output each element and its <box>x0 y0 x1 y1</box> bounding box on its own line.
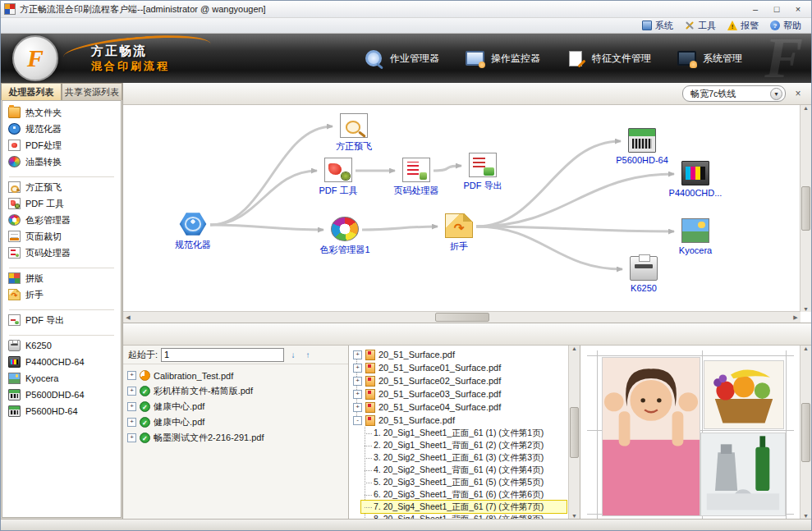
workflow-node-p5600hd[interactable]: P5600HD-64 <box>613 128 671 165</box>
expander-icon[interactable]: + <box>127 387 136 396</box>
expander-icon[interactable]: + <box>127 371 136 380</box>
sidebar-item[interactable]: Kyocera <box>2 370 121 387</box>
minimize-button[interactable]: – <box>745 2 765 16</box>
scroll-thumb[interactable] <box>801 403 810 462</box>
expander-icon[interactable]: + <box>127 418 136 427</box>
page-row[interactable]: 2. 20_Sig1_Sheet1_背面_61 (2) (文件第2页) <box>361 439 567 451</box>
workflow-node-pdfexport[interactable]: PDF 导出 <box>454 153 512 192</box>
canvas-close-button[interactable] <box>791 87 805 100</box>
workflow-node-fold[interactable]: 折手 <box>430 213 488 253</box>
page-row[interactable]: 6. 20_Sig3_Sheet1_背面_61 (6) (文件第6页) <box>361 488 567 501</box>
sidebar-item[interactable] <box>9 172 114 177</box>
workflow-node-p4400chd[interactable]: P4400CHD... <box>667 161 724 198</box>
header-button[interactable]: 操作监控器 <box>464 48 540 68</box>
sidebar-item[interactable]: 规范化器 <box>2 121 121 137</box>
sidebar-item[interactable]: 色彩管理器 <box>2 212 121 228</box>
scroll-down-icon[interactable]: ▼ <box>571 513 577 519</box>
scroll-thumb[interactable] <box>435 313 489 322</box>
start-page-input[interactable] <box>161 348 284 362</box>
chevron-down-icon[interactable] <box>770 88 782 100</box>
sidebar-item[interactable]: 页码处理器 <box>2 245 121 261</box>
page-label: 1. 20_Sig1_Sheet1_正面_61 (1) (文件第1页) <box>374 428 544 439</box>
page-row[interactable]: 4. 20_Sig2_Sheet1_背面_61 (4) (文件第4页) <box>361 464 567 476</box>
header-button[interactable]: 系统管理 <box>676 48 742 68</box>
scroll-thumb[interactable] <box>570 407 579 458</box>
page-row[interactable]: 8. 20_Sig4_Sheet1_背面_61 (8) (文件第8页) <box>361 513 567 519</box>
job-row[interactable]: + 畅墨测试文件2-216-291.pdf <box>127 430 344 446</box>
sidebar-item[interactable] <box>9 263 114 268</box>
sidebar-item[interactable]: P4400CHD-64 <box>2 354 121 370</box>
file-row[interactable]: + 20_51_Surface03_Surface.pdf <box>353 387 567 401</box>
file-row[interactable]: + 20_51_Surface04_Surface.pdf <box>353 401 567 414</box>
page-row[interactable]: 3. 20_Sig2_Sheet1_正面_61 (3) (文件第3页) <box>361 451 567 464</box>
maximize-button[interactable]: □ <box>767 2 787 16</box>
move-down-icon[interactable] <box>287 349 299 360</box>
scroll-up-icon[interactable]: ▲ <box>571 346 577 351</box>
expander-icon[interactable]: + <box>127 433 136 442</box>
scroll-up-icon[interactable]: ▲ <box>801 105 811 111</box>
preview-scrollbar[interactable]: ▲ ▼ <box>800 346 811 519</box>
file-row[interactable]: + 20_51_Surface01_Surface.pdf <box>353 361 567 374</box>
job-row[interactable]: + Calibration_Test.pdf <box>127 368 344 383</box>
expander-icon[interactable]: + <box>127 402 136 411</box>
scroll-up-icon[interactable]: ▲ <box>803 346 809 351</box>
workflow-node-kyocera[interactable]: Kyocera <box>667 218 724 255</box>
sidebar-item[interactable] <box>9 330 114 336</box>
canvas-vscrollbar[interactable]: ▲ ▼ <box>800 105 811 312</box>
file-row[interactable]: - 20_51_Surface.pdf <box>353 414 567 427</box>
workflow-node-colormgr1[interactable]: 色彩管理器1 <box>316 217 374 256</box>
workflow-node-pagenum[interactable]: 页码处理器 <box>388 158 445 197</box>
tab-shared-resources[interactable]: 共享资源列表 <box>62 83 122 100</box>
processor-list: 热文件夹 规范化器 PDF处理 油墨转换 <box>2 100 122 518</box>
sidebar-item[interactable]: 拼版 <box>2 270 121 286</box>
file-row[interactable]: + 20_51_Surface02_Surface.pdf <box>353 374 567 387</box>
workflow-node-normalizer[interactable]: 规范化器 <box>164 212 222 251</box>
tab-processor-list[interactable]: 处理器列表 <box>1 83 62 100</box>
expander-icon[interactable]: + <box>353 364 362 373</box>
sidebar-item[interactable]: 热文件夹 <box>2 104 121 121</box>
sidebar-item[interactable]: 油墨转换 <box>2 153 121 170</box>
page-row[interactable]: 1. 20_Sig1_Sheet1_正面_61 (1) (文件第1页) <box>361 427 567 439</box>
sidebar-item[interactable]: 页面裁切 <box>2 228 121 245</box>
menu-item[interactable]: 帮助 <box>770 20 801 32</box>
workflow-canvas[interactable]: 规范化器方正预飞PDF 工具色彩管理器1页码处理器PDF 导出折手P5600HD… <box>123 105 801 312</box>
files-scrollbar[interactable]: ▲ ▼ <box>568 346 580 519</box>
page-row[interactable]: 5. 20_Sig3_Sheet1_正面_61 (5) (文件第5页) <box>361 476 567 488</box>
workflow-node-pdftool[interactable]: PDF 工具 <box>310 158 367 197</box>
scroll-right-icon[interactable]: ▶ <box>791 314 801 321</box>
expander-icon[interactable]: + <box>353 390 362 399</box>
header-button[interactable]: 特征文件管理 <box>565 48 651 68</box>
move-up-icon[interactable] <box>302 349 314 360</box>
scroll-left-icon[interactable]: ◀ <box>123 314 133 321</box>
menu-item[interactable]: 工具 <box>685 20 716 32</box>
job-row[interactable]: + 彩机样前文件-精简版.pdf <box>127 383 344 399</box>
sidebar-item[interactable]: P5600HD-64 <box>2 403 121 419</box>
menu-item[interactable]: 报警 <box>727 20 759 32</box>
expander-icon[interactable]: - <box>353 416 362 425</box>
canvas-hscrollbar[interactable]: ◀ ▶ <box>123 311 801 323</box>
job-row[interactable]: + 健康中心.pdf <box>127 414 344 430</box>
job-row[interactable]: + 健康中心.pdf <box>127 399 344 414</box>
expander-icon[interactable]: + <box>353 350 362 359</box>
workflow-node-k6250[interactable]: K6250 <box>615 256 672 293</box>
scroll-down-icon[interactable]: ▼ <box>803 513 809 519</box>
scroll-thumb[interactable] <box>801 186 810 231</box>
scroll-down-icon[interactable]: ▼ <box>801 306 811 312</box>
header-button[interactable]: 作业管理器 <box>363 48 439 68</box>
sidebar-item[interactable]: PDF 工具 <box>2 195 121 212</box>
menu-item[interactable]: 系统 <box>642 20 673 32</box>
sidebar-item[interactable]: K6250 <box>2 337 121 354</box>
expander-icon[interactable]: + <box>353 377 362 386</box>
file-row[interactable]: + 20_51_Surface.pdf <box>353 348 567 361</box>
expander-icon[interactable]: + <box>353 403 362 412</box>
sidebar-item[interactable]: P5600DHD-64 <box>2 387 121 403</box>
sidebar-item[interactable] <box>9 304 114 310</box>
workflow-node-preflight[interactable]: 方正预飞 <box>325 113 383 153</box>
flow-combo[interactable]: 畅宽7c铁线 <box>682 85 786 102</box>
sidebar-item[interactable]: 方正预飞 <box>2 179 121 195</box>
page-row[interactable]: 7. 20_Sig4_Sheet1_正面_61 (7) (文件第7页) <box>361 501 567 513</box>
sidebar-item[interactable]: PDF 导出 <box>2 312 121 328</box>
close-button[interactable]: × <box>788 2 808 16</box>
sidebar-item[interactable]: 折手 <box>2 286 121 303</box>
sidebar-item[interactable]: PDF处理 <box>2 137 121 153</box>
